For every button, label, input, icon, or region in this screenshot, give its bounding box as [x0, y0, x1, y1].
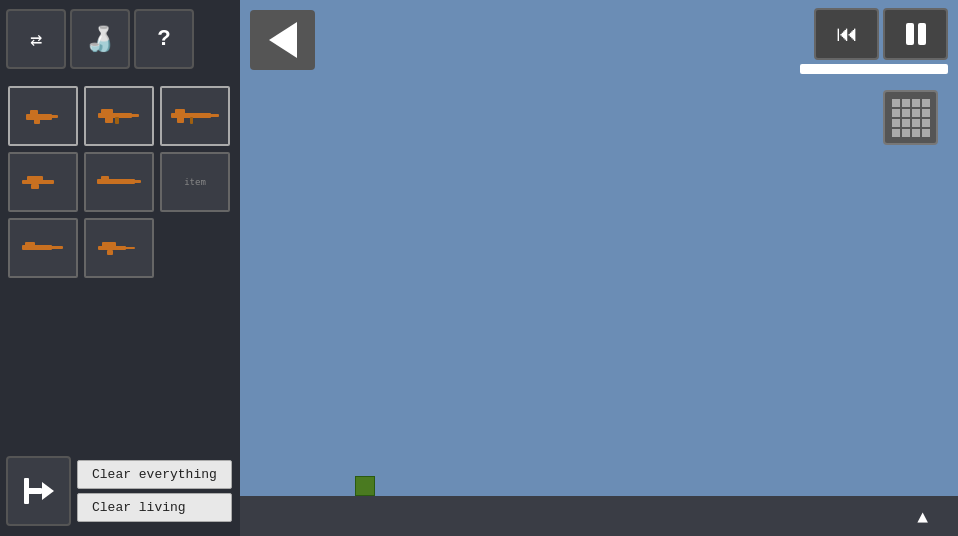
grid-item-1[interactable]	[8, 86, 78, 146]
scroll-indicator: ▲	[917, 508, 928, 528]
exit-icon	[22, 474, 56, 508]
sidebar: ⇄ 🍶 ?	[0, 0, 240, 536]
grid-item-6[interactable]: item	[160, 152, 230, 212]
svg-marker-28	[42, 482, 54, 500]
help-button[interactable]: ?	[134, 9, 194, 69]
pause-button[interactable]	[883, 8, 948, 60]
svg-rect-2	[34, 119, 40, 124]
rewind-icon: ⏮	[836, 21, 858, 48]
svg-rect-10	[175, 109, 185, 114]
pause-icon	[906, 23, 926, 45]
svg-rect-15	[27, 176, 43, 181]
weapon7-icon	[21, 239, 65, 257]
back-button[interactable]	[250, 10, 315, 70]
svg-rect-13	[190, 117, 193, 124]
grid-toggle-button[interactable]	[883, 90, 938, 145]
bottom-left-panel: Clear everything Clear living	[0, 446, 240, 536]
svg-rect-3	[50, 115, 58, 118]
swap-icon: ⇄	[30, 27, 42, 52]
svg-rect-5	[101, 109, 113, 114]
svg-rect-1	[30, 110, 38, 115]
back-arrow-icon	[269, 22, 297, 58]
svg-rect-11	[177, 117, 184, 123]
svg-rect-16	[31, 184, 39, 189]
swap-button[interactable]: ⇄	[6, 9, 66, 69]
grid-item-3[interactable]	[160, 86, 230, 146]
progress-bar	[800, 64, 948, 74]
svg-rect-26	[107, 250, 113, 255]
progress-bar-container	[800, 64, 948, 74]
question-icon: ?	[157, 27, 170, 52]
potion-icon: 🍶	[85, 25, 115, 54]
game-area[interactable]	[240, 0, 958, 496]
svg-rect-29	[24, 478, 29, 504]
rifle-icon	[170, 107, 220, 125]
item6-text: item	[184, 177, 206, 187]
svg-rect-24	[102, 242, 116, 247]
svg-rect-6	[105, 117, 113, 123]
svg-rect-18	[101, 176, 109, 180]
grid-item-5[interactable]	[84, 152, 154, 212]
context-menu: Clear everything Clear living	[77, 460, 232, 522]
exit-button[interactable]	[6, 456, 71, 526]
grid-item-2[interactable]	[84, 86, 154, 146]
svg-rect-21	[25, 242, 35, 246]
item-grid: item	[0, 78, 240, 286]
toolbar: ⇄ 🍶 ?	[0, 0, 240, 78]
grid-icon	[892, 99, 930, 137]
ground: ▲	[240, 496, 958, 536]
svg-rect-25	[125, 247, 135, 249]
svg-rect-19	[134, 180, 141, 183]
clear-everything-button[interactable]: Clear everything	[77, 460, 232, 489]
grid-item-7[interactable]	[8, 218, 78, 278]
weapon4-icon	[21, 172, 65, 192]
grid-item-4[interactable]	[8, 152, 78, 212]
clear-living-button[interactable]: Clear living	[77, 493, 232, 522]
svg-rect-8	[115, 117, 119, 124]
entity-square	[355, 476, 375, 496]
grid-item-8[interactable]	[84, 218, 154, 278]
unknown-button[interactable]: 🍶	[70, 9, 130, 69]
smg-icon	[97, 106, 141, 126]
weapon5-icon	[96, 174, 142, 190]
svg-rect-7	[131, 114, 139, 117]
pistol-icon	[24, 106, 62, 126]
svg-rect-12	[210, 114, 219, 117]
weapon8-icon	[97, 239, 141, 257]
rewind-button[interactable]: ⏮	[814, 8, 879, 60]
svg-rect-22	[51, 246, 63, 249]
media-controls: ⏮	[814, 8, 948, 60]
top-right-controls: ⏮	[800, 8, 948, 74]
